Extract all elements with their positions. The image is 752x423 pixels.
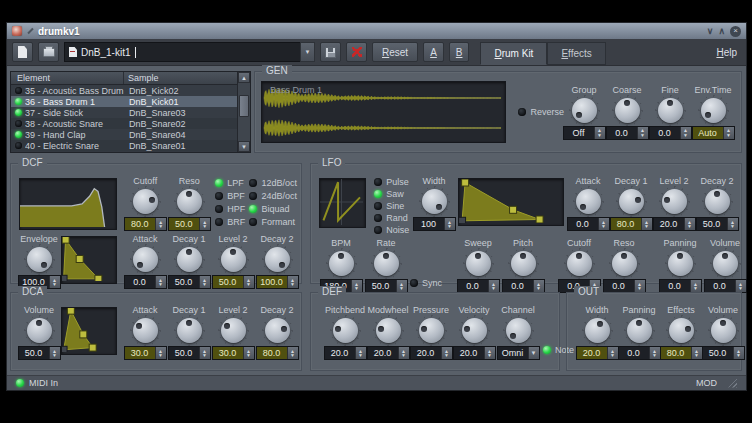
spin-box-attack[interactable]: 0.0▲▼ (124, 275, 167, 289)
dca-envelope-display[interactable] (61, 307, 117, 355)
spin-box-width[interactable]: 100▲▼ (413, 217, 456, 231)
spin-arrows-icon[interactable]: ▲▼ (398, 347, 409, 359)
knob-dial[interactable] (177, 189, 202, 214)
reset-button[interactable]: Reset (372, 42, 418, 62)
spin-box-width[interactable]: 20.0▲▼ (576, 346, 619, 360)
spin-box-decay-1[interactable]: 50.0▲▼ (168, 346, 211, 360)
envelope-handle[interactable] (536, 216, 543, 223)
spin-arrows-icon[interactable]: ▲▼ (351, 280, 362, 292)
knob-dial[interactable] (585, 318, 610, 343)
envelope-handle[interactable] (80, 331, 87, 338)
spin-box-pitch[interactable]: 0.0▲▼ (502, 279, 545, 293)
spin-arrows-icon[interactable]: ▲▼ (727, 218, 738, 230)
radio-rand[interactable]: Rand (374, 213, 414, 223)
spin-box-decay-1[interactable]: 80.0▲▼ (610, 217, 653, 231)
spin-arrows-icon[interactable]: ▲▼ (287, 276, 298, 288)
knob-dial[interactable] (133, 318, 158, 343)
knob-dial[interactable] (177, 247, 202, 272)
close-icon[interactable]: × (730, 26, 741, 37)
envelope-handle[interactable] (62, 275, 67, 281)
spin-arrows-icon[interactable]: ▲▼ (199, 218, 210, 230)
spin-box-decay-1[interactable]: 50.0▲▼ (168, 275, 211, 289)
knob-dial[interactable] (333, 318, 358, 343)
spin-arrows-icon[interactable]: ▲▼ (735, 280, 746, 292)
knob-dial[interactable] (619, 189, 644, 214)
radio-pulse[interactable]: Pulse (374, 177, 414, 187)
spin-arrows-icon[interactable]: ▲▼ (733, 347, 744, 359)
knob-dial[interactable] (511, 251, 536, 276)
envelope-handle[interactable] (95, 275, 102, 281)
scroll-down-icon[interactable]: ▼ (238, 141, 250, 152)
spin-box-volume[interactable]: 0.0▲▼ (704, 279, 747, 293)
knob-dial[interactable] (221, 318, 246, 343)
spin-box-decay-2[interactable]: 100.0▲▼ (256, 275, 299, 289)
table-row[interactable]: 36 - Bass Drum 1DnB_Kick01 (11, 96, 237, 107)
spin-box-rate[interactable]: 50.0▲▼ (365, 279, 408, 293)
envelope-handle[interactable] (76, 256, 83, 263)
spin-box-cutoff[interactable]: 80.0▲▼ (124, 217, 167, 231)
checkbox-reverse[interactable]: Reverse (518, 107, 564, 117)
spin-box-group[interactable]: Off▲▼ (563, 126, 606, 140)
envelope-handle[interactable] (62, 237, 69, 243)
spin-box-effects[interactable]: 80.0▲▼ (660, 346, 703, 360)
spin-box-volume[interactable]: 50.0▲▼ (18, 346, 61, 360)
spin-arrows-icon[interactable]: ▲▼ (484, 347, 495, 359)
knob-dial[interactable] (572, 98, 597, 123)
spin-arrows-icon[interactable]: ▲▼ (243, 347, 254, 359)
spin-arrows-icon[interactable]: ▲▼ (441, 347, 452, 359)
envelope-handle[interactable] (89, 344, 96, 351)
spin-box-volume[interactable]: 50.0▲▼ (702, 346, 745, 360)
spin-arrows-icon[interactable]: ▲▼ (396, 280, 407, 292)
knob-dial[interactable] (133, 189, 158, 214)
sample-waveform-display[interactable]: Bass Drum 1 (261, 81, 506, 143)
title-bar[interactable]: drumkv1 ∨ ∧ × (7, 23, 746, 39)
knob-dial[interactable] (133, 247, 158, 272)
table-row[interactable]: 35 - Acoustic Bass DrumDnB_Kick02 (11, 85, 237, 96)
spin-arrows-icon[interactable]: ▲▼ (607, 347, 618, 359)
radio-hpf[interactable]: HPF (215, 204, 245, 214)
knob-dial[interactable] (713, 251, 738, 276)
knob-dial[interactable] (265, 247, 290, 272)
spin-box-env-time[interactable]: Auto▲▼ (692, 126, 735, 140)
knob-dial[interactable] (462, 318, 487, 343)
preset-dropdown-button[interactable]: ▼ (300, 42, 315, 62)
radio-brf[interactable]: BRF (215, 217, 245, 227)
spin-arrows-icon[interactable]: ▲▼ (287, 347, 298, 359)
spin-box-reso[interactable]: 0.0▲▼ (603, 279, 646, 293)
spin-box-decay-2[interactable]: 80.0▲▼ (256, 346, 299, 360)
spin-arrows-icon[interactable]: ▲▼ (155, 218, 166, 230)
knob-dial[interactable] (265, 318, 290, 343)
element-scrollbar[interactable]: ▲ ▼ (237, 72, 250, 152)
envelope-handle[interactable] (510, 206, 517, 213)
spin-arrows-icon[interactable]: ▲▼ (690, 280, 701, 292)
knob-dial[interactable] (506, 318, 531, 343)
knob-dial[interactable] (329, 251, 354, 276)
spin-arrows-icon[interactable]: ▲▼ (49, 276, 60, 288)
knob-dial[interactable] (612, 251, 637, 276)
table-row[interactable]: 39 - Hand ClapDnB_Snare04 (11, 129, 237, 140)
knob-dial[interactable] (627, 318, 652, 343)
minimize-icon[interactable]: ∨ (707, 26, 714, 36)
radio-formant[interactable]: Formant (249, 217, 297, 227)
help-button[interactable]: Help (716, 47, 741, 58)
new-preset-button[interactable] (12, 42, 33, 62)
spin-box-sweep[interactable]: 0.0▲▼ (457, 279, 500, 293)
preset-name-input[interactable]: DnB_1-kit1 (64, 42, 300, 62)
knob-dial[interactable] (669, 318, 694, 343)
radio-noise[interactable]: Noise (374, 225, 414, 235)
knob-dial[interactable] (27, 318, 52, 343)
maximize-icon[interactable]: ∧ (718, 26, 725, 36)
spin-arrows-icon[interactable]: ▲▼ (199, 347, 210, 359)
spin-arrows-icon[interactable]: ▲▼ (199, 276, 210, 288)
checkbox-sync[interactable]: Sync (410, 278, 442, 288)
knob-dial[interactable] (567, 251, 592, 276)
spin-arrows-icon[interactable]: ▲▼ (691, 347, 702, 359)
spin-box-reso[interactable]: 50.0▲▼ (168, 217, 211, 231)
save-preset-button[interactable] (320, 42, 341, 62)
spin-box-velocity[interactable]: 20.0▲▼ (453, 346, 496, 360)
spin-arrows-icon[interactable]: ▲▼ (155, 276, 166, 288)
spin-arrows-icon[interactable]: ▲▼ (488, 280, 499, 292)
knob-dial[interactable] (374, 251, 399, 276)
spin-box-pitchbend[interactable]: 20.0▲▼ (324, 346, 367, 360)
spin-arrows-icon[interactable]: ▲▼ (634, 280, 645, 292)
